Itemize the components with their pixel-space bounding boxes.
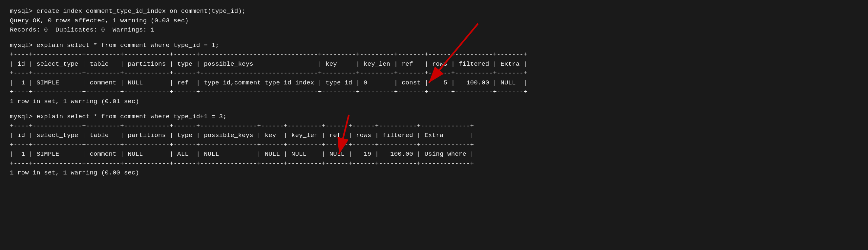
terminal-line-hdr2: | id | select_type | table | partitions …: [10, 131, 858, 140]
terminal-line-sep4: +----+-------------+---------+----------…: [10, 121, 858, 131]
terminal-line-hdr1: | id | select_type | table | partitions …: [10, 59, 858, 69]
terminal-line-sep5: +----+-------------+---------+----------…: [10, 140, 858, 150]
terminal-line-rec1: Records: 0 Duplicates: 0 Warnings: 1: [10, 25, 858, 35]
terminal-line-cmd1: mysql> create index comment_type_id_inde…: [10, 6, 858, 16]
terminal-line-sep6: +----+-------------+---------+----------…: [10, 159, 858, 169]
terminal-line-cmd2: mysql> explain select * from comment whe…: [10, 41, 858, 50]
terminal-line-res1: 1 row in set, 1 warning (0.01 sec): [10, 97, 858, 106]
terminal-line-row1: | 1 | SIMPLE | comment | NULL | ref | ty…: [10, 78, 858, 88]
spacer-line: [10, 35, 858, 41]
terminal-line-cmd3: mysql> explain select * from comment whe…: [10, 112, 858, 121]
terminal-line-ok1: Query OK, 0 rows affected, 1 warning (0.…: [10, 16, 858, 26]
terminal-line-sep2: +----+-------------+---------+----------…: [10, 69, 858, 78]
spacer-line: [10, 106, 858, 112]
terminal-line-res2: 1 row in set, 1 warning (0.00 sec): [10, 168, 858, 178]
terminal-line-sep1: +----+-------------+---------+----------…: [10, 50, 858, 59]
terminal-window: mysql> create index comment_type_id_inde…: [10, 6, 858, 178]
terminal-line-row2: | 1 | SIMPLE | comment | NULL | ALL | NU…: [10, 149, 858, 159]
terminal-line-sep3: +----+-------------+---------+----------…: [10, 87, 858, 97]
